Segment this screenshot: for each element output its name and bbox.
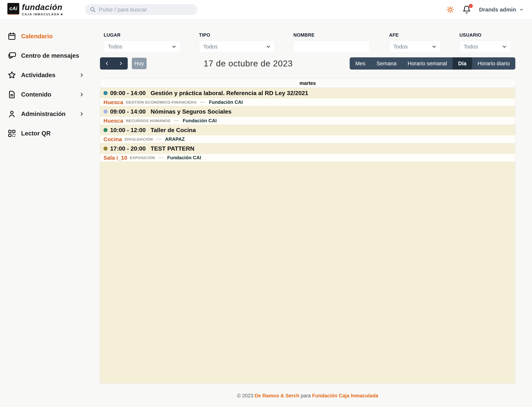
event-time: 09:00 - 14:00	[110, 108, 146, 115]
event-time: 17:00 - 20:00	[110, 145, 146, 152]
event-color-dot	[103, 128, 108, 132]
event-organization: Fundación CAI	[183, 118, 217, 124]
event-row: 10:00 - 12:00 Taller de Cocina Cocina DI…	[100, 125, 515, 143]
chevron-left-icon	[105, 61, 109, 66]
person-icon	[8, 110, 17, 118]
event-time: 10:00 - 12:00	[110, 127, 146, 133]
selected-value: Todos	[464, 44, 478, 50]
event-location-row[interactable]: Huesca RECURSOS HUMANOS Fundación CAI	[100, 117, 515, 125]
usuario-select[interactable]: Todos	[460, 41, 511, 53]
chevron-down-icon	[502, 44, 507, 49]
sidebar-item-contenido[interactable]: Contenido	[8, 88, 87, 101]
chevron-down-icon	[519, 7, 524, 12]
event-title-row[interactable]: 17:00 - 20:00 TEST PATTERN	[100, 143, 515, 154]
sidebar-item-label: Administración	[21, 110, 65, 117]
search-icon	[90, 7, 96, 13]
event-color-dot	[103, 147, 108, 151]
logo-subtitle: CAJA INMACULADA ■	[22, 13, 63, 16]
notification-badge	[469, 4, 473, 8]
filter-label: LUGAR	[104, 32, 181, 38]
event-title: Taller de Cocina	[151, 127, 196, 133]
filter-tipo: TIPO Todos	[199, 32, 275, 53]
event-title-row[interactable]: 09:00 - 14:00 Gestión y práctica laboral…	[100, 88, 515, 98]
filter-nombre: NOMBRE	[294, 32, 370, 53]
today-button[interactable]: Hoy	[132, 58, 147, 69]
event-title-row[interactable]: 09:00 - 14:00 Nóminas y Seguros Sociales	[100, 106, 515, 117]
lugar-select[interactable]: Todos	[104, 41, 181, 53]
event-location: Cocina	[103, 136, 122, 142]
selected-value: Todos	[203, 44, 217, 50]
sidebar-item-label: Calendario	[21, 33, 53, 40]
document-icon	[8, 90, 17, 99]
nombre-input[interactable]	[294, 41, 370, 53]
filters-row: LUGAR Todos TIPO Todos NOMBR	[100, 19, 515, 53]
separator-dash	[159, 157, 163, 158]
afe-select[interactable]: Todos	[389, 41, 441, 53]
event-color-dot	[103, 110, 108, 114]
organization-link[interactable]: Fundación Caja Inmaculada	[312, 393, 378, 399]
event-color-dot	[103, 91, 108, 95]
filter-usuario: USUARIO Todos	[460, 32, 511, 53]
sidebar-item-label: Contenido	[21, 91, 51, 98]
event-title: TEST PATTERN	[151, 145, 194, 152]
date-pager	[100, 57, 128, 70]
event-category: EXPOSICIÓN	[130, 156, 155, 160]
view-switcher: Mes Semana Horario semanal Día Horario d…	[350, 57, 515, 70]
logo-name: fundación	[22, 3, 63, 11]
sidebar-item-administracion[interactable]: Administración	[8, 108, 87, 120]
filter-label: AFE	[389, 32, 441, 38]
filter-lugar: LUGAR Todos	[104, 32, 181, 53]
chevron-down-icon	[432, 44, 436, 49]
tab-semana[interactable]: Semana	[371, 57, 402, 70]
logo-mark-icon: cAi	[8, 3, 19, 15]
sidebar-item-lector-qr[interactable]: Lector QR	[8, 127, 87, 140]
chevron-right-icon	[79, 73, 84, 78]
page-footer: © 2023 De Ramos & Serch para Fundación C…	[100, 393, 515, 399]
tab-horario-semanal[interactable]: Horario semanal	[402, 57, 453, 70]
search-input[interactable]	[99, 7, 193, 13]
event-location-row[interactable]: Huesca GESTIÓN ECONÓMICO-FINANCIERA Fund…	[100, 98, 515, 106]
sidebar-item-label: Lector QR	[21, 130, 51, 137]
sidebar-item-label: Actividades	[21, 72, 55, 79]
prev-day-button[interactable]	[100, 57, 114, 70]
event-organization: Fundación CAI	[209, 99, 243, 105]
app-logo[interactable]: cAi fundación CAJA INMACULADA ■	[8, 3, 63, 16]
notifications-button[interactable]	[462, 5, 471, 14]
calendar-icon	[8, 32, 17, 41]
filter-afe: AFE Todos	[389, 32, 441, 53]
event-organization: Fundación CAI	[167, 155, 201, 161]
event-category: DIVULGACIÓN	[125, 137, 153, 141]
qr-icon	[8, 129, 17, 138]
copyright-text: © 2023	[237, 393, 253, 399]
main-content: LUGAR Todos TIPO Todos NOMBR	[100, 19, 532, 399]
day-calendar-panel: martes 09:00 - 14:00 Gestión y práctica …	[100, 79, 515, 383]
day-of-week-header: martes	[100, 79, 515, 88]
chevron-right-icon	[79, 111, 84, 116]
separator-dash	[200, 102, 205, 102]
event-row: 09:00 - 14:00 Nóminas y Seguros Sociales…	[100, 106, 515, 125]
theme-toggle-button[interactable]	[446, 6, 454, 14]
tab-horario-diario[interactable]: Horario diario	[472, 57, 515, 70]
tab-dia[interactable]: Día	[453, 57, 472, 70]
calendar-toolbar: Hoy 17 de octubre de 2023 Mes Semana Hor…	[100, 57, 515, 70]
event-title: Nóminas y Seguros Sociales	[151, 108, 231, 115]
sidebar-item-centro-de-mensajes[interactable]: Centro de mensajes	[8, 49, 87, 62]
filter-label: USUARIO	[460, 32, 511, 38]
star-icon	[8, 71, 17, 79]
tipo-select[interactable]: Todos	[199, 41, 275, 53]
event-location-row[interactable]: Cocina DIVULGACIÓN ARAPAZ	[100, 135, 515, 143]
event-title: Gestión y práctica laboral. Referencia a…	[151, 90, 308, 97]
event-location-row[interactable]: Sala i_10 EXPOSICIÓN Fundación CAI	[100, 154, 515, 162]
next-day-button[interactable]	[114, 57, 128, 70]
sidebar-item-actividades[interactable]: Actividades	[8, 69, 87, 82]
chevron-down-icon	[266, 44, 271, 49]
user-menu[interactable]: Drands admin	[479, 7, 524, 13]
author-link[interactable]: De Ramos & Serch	[255, 393, 300, 399]
filter-label: NOMBRE	[294, 32, 370, 38]
event-location: Sala i_10	[103, 155, 127, 161]
tab-mes[interactable]: Mes	[350, 57, 371, 70]
filter-label: TIPO	[199, 32, 275, 38]
sidebar-item-calendario[interactable]: Calendario	[8, 30, 87, 43]
separator-dash	[174, 120, 179, 121]
event-title-row[interactable]: 10:00 - 12:00 Taller de Cocina	[100, 125, 515, 135]
